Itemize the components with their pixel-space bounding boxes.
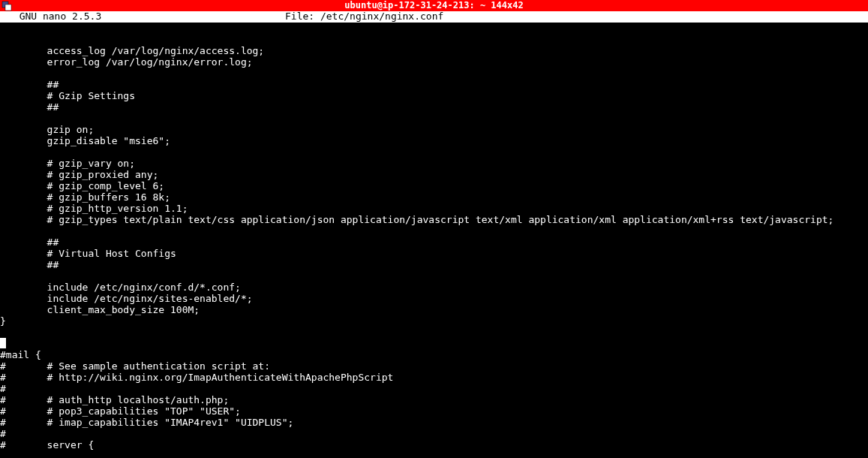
editor-line: [0, 113, 868, 124]
editor-line: #mail {: [0, 349, 868, 360]
window-title: ubuntu@ip-172-31-24-213: ~ 144x42: [344, 1, 523, 11]
editor-line: # gzip_vary on;: [0, 158, 868, 169]
editor-line: # # See sample authentication script at:: [0, 360, 868, 372]
editor-line: # # pop3_capabilities "TOP" "USER";: [0, 405, 868, 417]
editor-line: [0, 34, 868, 45]
editor-line: [0, 23, 868, 34]
editor-line: ##: [0, 101, 868, 113]
editor-line: gzip on;: [0, 124, 868, 135]
editor-line: include /etc/nginx/sites-enabled/*;: [0, 293, 868, 304]
editor-line: # gzip_buffers 16 8k;: [0, 191, 868, 203]
editor-line: # # http://wiki.nginx.org/ImapAuthentica…: [0, 372, 868, 383]
nano-file-label: File: /etc/nginx/nginx.conf: [285, 11, 443, 23]
editor-line: # Gzip Settings: [0, 90, 868, 101]
editor-line: # gzip_http_version 1.1;: [0, 203, 868, 214]
editor-line: ##: [0, 259, 868, 270]
svg-rect-1: [5, 5, 11, 11]
editor-line: [0, 338, 868, 349]
editor-line: ##: [0, 79, 868, 90]
editor-line: [0, 225, 868, 237]
nano-header-bar: GNU nano 2.5.3 File: /etc/nginx/nginx.co…: [0, 11, 868, 23]
editor-line: # gzip_proxied any;: [0, 169, 868, 180]
editor-line: # # imap_capabilities "IMAP4rev1" "UIDPL…: [0, 417, 868, 428]
editor-line: # gzip_comp_level 6;: [0, 180, 868, 191]
text-cursor: [0, 338, 6, 348]
editor-line: # # auth_http localhost/auth.php;: [0, 394, 868, 405]
editor-line: client_max_body_size 100M;: [0, 304, 868, 315]
editor-line: [0, 270, 868, 282]
editor-line: # gzip_types text/plain text/css applica…: [0, 214, 868, 225]
editor-line: access_log /var/log/nginx/access.log;: [0, 45, 868, 56]
editor-line: gzip_disable "msie6";: [0, 135, 868, 146]
editor-line: [0, 68, 868, 79]
editor-line: # Virtual Host Configs: [0, 248, 868, 259]
editor-line: include /etc/nginx/conf.d/*.conf;: [0, 282, 868, 293]
editor-line: error_log /var/log/nginx/error.log;: [0, 56, 868, 68]
editor-line: ##: [0, 237, 868, 248]
nano-version-label: GNU nano 2.5.3: [8, 11, 101, 23]
editor-line: }: [0, 315, 868, 327]
editor-line: #: [0, 428, 868, 439]
editor-line: [0, 146, 868, 158]
window-menu-icon[interactable]: [2, 1, 12, 11]
editor-content[interactable]: access_log /var/log/nginx/access.log; er…: [0, 23, 868, 450]
editor-line: # server {: [0, 439, 868, 450]
editor-line: #: [0, 383, 868, 394]
window-title-bar[interactable]: ubuntu@ip-172-31-24-213: ~ 144x42: [0, 0, 868, 11]
editor-line: [0, 327, 868, 338]
